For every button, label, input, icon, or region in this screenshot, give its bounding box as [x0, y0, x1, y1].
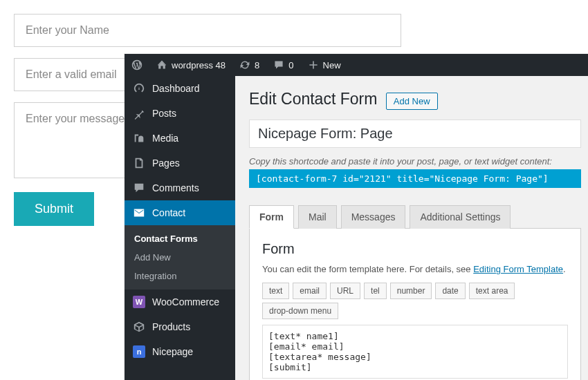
form-panel: Form You can edit the form template here… — [249, 229, 581, 380]
menu-comments[interactable]: Comments — [125, 175, 235, 200]
help-link[interactable]: Editing Form Template — [473, 264, 563, 274]
tag-generator-bar: text email URL tel number date text area… — [262, 283, 568, 319]
tab-additional[interactable]: Additional Settings — [410, 205, 511, 229]
wordpress-icon — [131, 59, 143, 70]
mail-icon — [133, 207, 145, 219]
site-link[interactable]: wordpress 48 — [149, 54, 232, 76]
new-label: New — [323, 60, 341, 70]
menu-woo-label: WooCommerce — [152, 296, 219, 307]
menu-nicepage[interactable]: nNicepage — [125, 339, 235, 364]
site-name: wordpress 48 — [172, 60, 226, 70]
menu-posts[interactable]: Posts — [125, 101, 235, 126]
menu-pages-label: Pages — [152, 158, 180, 169]
tag-text[interactable]: text — [262, 283, 289, 299]
menu-contact-submenu: Contact Forms Add New Integration — [125, 225, 235, 289]
comment-icon — [273, 59, 284, 70]
tab-mail[interactable]: Mail — [298, 205, 337, 229]
tag-email[interactable]: email — [293, 283, 327, 299]
updates-link[interactable]: 8 — [232, 54, 266, 76]
comments-link[interactable]: 0 — [266, 54, 300, 76]
pin-icon — [133, 107, 145, 120]
menu-contact[interactable]: Contact — [125, 200, 235, 225]
admin-toolbar: wordpress 48 8 0 New — [125, 54, 588, 76]
home-icon — [156, 59, 167, 70]
admin-content: Edit Contact Form Add New Copy this shor… — [235, 76, 588, 380]
menu-posts-label: Posts — [152, 108, 176, 119]
tab-form[interactable]: Form — [249, 205, 294, 229]
shortcode-box[interactable]: [contact-form-7 id="2121" title="Nicepag… — [249, 169, 581, 188]
tag-dropdown[interactable]: drop-down menu — [262, 303, 338, 319]
tag-date[interactable]: date — [435, 283, 465, 299]
tab-messages[interactable]: Messages — [341, 205, 406, 229]
new-link[interactable]: New — [301, 54, 348, 76]
comments-icon — [133, 182, 145, 194]
form-panel-help: You can edit the form template here. For… — [262, 264, 568, 274]
shortcode-hint: Copy this shortcode and paste it into yo… — [249, 156, 581, 167]
submit-button[interactable]: Submit — [14, 192, 94, 226]
form-title-input[interactable] — [249, 120, 581, 148]
tag-url[interactable]: URL — [330, 283, 360, 299]
submenu-integration[interactable]: Integration — [125, 267, 235, 285]
editor-tabs: Form Mail Messages Additional Settings — [249, 205, 581, 229]
tag-textarea[interactable]: text area — [469, 283, 515, 299]
admin-sidebar: Dashboard Posts Media Pages Comments Con… — [125, 76, 235, 380]
woo-icon: W — [133, 296, 145, 308]
menu-products-label: Products — [152, 321, 190, 332]
add-new-button[interactable]: Add New — [386, 93, 438, 110]
menu-contact-label: Contact — [152, 207, 185, 218]
media-icon — [133, 132, 145, 144]
comments-count: 0 — [288, 60, 293, 70]
form-template-editor[interactable]: [text* name1] [email* email] [textarea* … — [262, 325, 568, 379]
submenu-contact-forms[interactable]: Contact Forms — [125, 229, 235, 248]
menu-media[interactable]: Media — [125, 126, 235, 151]
submenu-add-new[interactable]: Add New — [125, 248, 235, 267]
wp-logo[interactable] — [125, 54, 149, 76]
refresh-icon — [239, 59, 250, 70]
page-icon — [133, 157, 145, 169]
form-panel-heading: Form — [262, 241, 568, 257]
menu-pages[interactable]: Pages — [125, 151, 235, 175]
help-text: You can edit the form template here. For… — [262, 264, 473, 274]
nicepage-icon: n — [133, 345, 145, 358]
tag-number[interactable]: number — [390, 283, 432, 299]
updates-count: 8 — [255, 60, 259, 70]
menu-dashboard[interactable]: Dashboard — [125, 76, 235, 101]
product-icon — [133, 321, 145, 333]
dashboard-icon — [133, 82, 145, 95]
name-input[interactable] — [14, 14, 401, 47]
tag-tel[interactable]: tel — [364, 283, 387, 299]
wp-admin-window: wordpress 48 8 0 New Dashboard Posts Med… — [125, 54, 588, 380]
menu-nicepage-label: Nicepage — [152, 346, 193, 357]
menu-media-label: Media — [152, 133, 178, 144]
menu-products[interactable]: Products — [125, 314, 235, 339]
menu-comments-label: Comments — [152, 182, 199, 193]
plus-icon — [308, 59, 319, 70]
menu-dashboard-label: Dashboard — [152, 83, 200, 94]
menu-woocommerce[interactable]: WWooCommerce — [125, 289, 235, 314]
page-heading: Edit Contact Form — [249, 90, 377, 108]
